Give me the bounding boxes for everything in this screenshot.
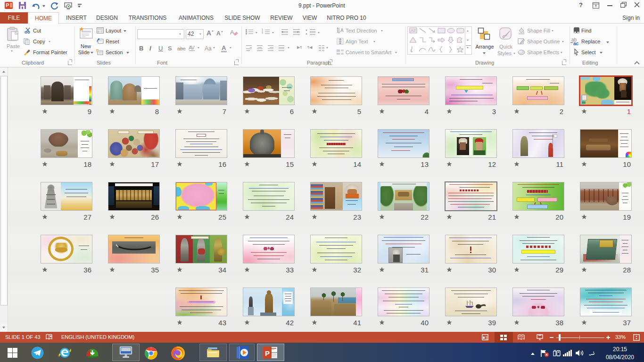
svg-text:A: A: [340, 28, 344, 33]
svg-text:P: P: [265, 349, 270, 357]
svg-text:A: A: [411, 28, 413, 33]
svg-text:A: A: [230, 29, 234, 36]
